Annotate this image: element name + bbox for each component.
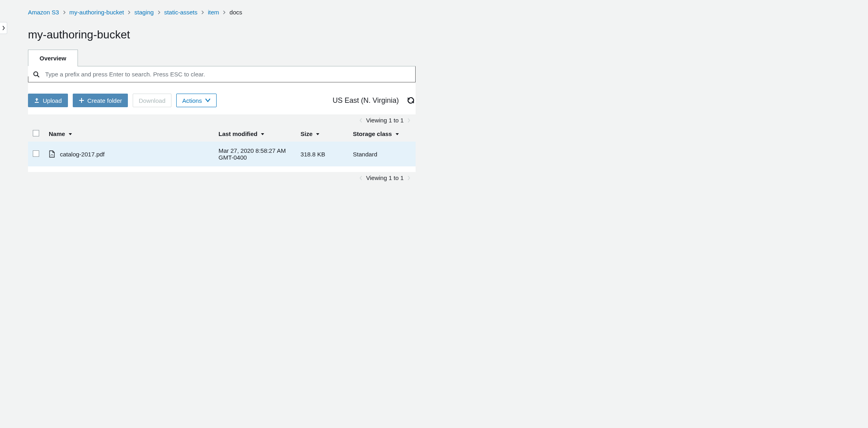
object-name[interactable]: catalog-2017.pdf — [60, 151, 105, 158]
chevron-down-icon — [205, 98, 211, 103]
create-folder-label: Create folder — [88, 98, 122, 104]
download-label: Download — [139, 98, 165, 104]
breadcrumb-link[interactable]: staging — [134, 9, 153, 16]
page-prev[interactable] — [359, 118, 363, 123]
paging-bar-bottom: Viewing 1 to 1 — [28, 172, 416, 184]
column-header-last-modified[interactable]: Last modified — [214, 126, 296, 142]
breadcrumb-link[interactable]: item — [208, 9, 219, 16]
paging-bar-top: Viewing 1 to 1 — [28, 114, 416, 126]
page-next[interactable] — [407, 176, 411, 180]
file-pdf-icon — [49, 150, 55, 158]
search-icon — [33, 71, 40, 78]
column-header-storage-class-label: Storage class — [353, 130, 392, 137]
breadcrumb-link[interactable]: my-authoring-bucket — [70, 9, 124, 16]
column-header-size[interactable]: Size — [296, 126, 348, 142]
plus-icon — [79, 98, 84, 103]
paging-text: Viewing 1 to 1 — [366, 174, 404, 181]
object-last-modified: Mar 27, 2020 8:58:27 AM GMT-0400 — [214, 142, 296, 166]
select-all-checkbox[interactable] — [33, 130, 39, 136]
breadcrumb-link[interactable]: Amazon S3 — [28, 9, 59, 16]
object-storage-class: Standard — [348, 142, 416, 166]
chevron-right-icon — [2, 26, 5, 30]
caret-down-icon — [395, 133, 399, 136]
page-title: my-authoring-bucket — [28, 28, 416, 41]
page-next[interactable] — [407, 118, 411, 123]
actions-dropdown[interactable]: Actions — [176, 94, 217, 107]
upload-label: Upload — [43, 98, 62, 104]
breadcrumb-link[interactable]: static-assets — [164, 9, 197, 16]
chevron-right-icon — [127, 10, 131, 14]
svg-point-0 — [34, 72, 38, 76]
caret-down-icon — [68, 133, 72, 136]
tab-overview[interactable]: Overview — [28, 50, 78, 66]
object-size: 318.8 KB — [296, 142, 348, 166]
chevron-right-icon — [201, 10, 205, 14]
upload-button[interactable]: Upload — [28, 94, 68, 107]
create-folder-button[interactable]: Create folder — [73, 94, 128, 107]
breadcrumb-current: docs — [229, 9, 242, 16]
actions-label: Actions — [182, 98, 202, 104]
column-header-name[interactable]: Name — [44, 126, 214, 142]
chevron-right-icon — [222, 10, 226, 14]
caret-down-icon — [261, 133, 265, 136]
objects-table: Name Last modified Size Storage cla — [28, 126, 416, 166]
svg-rect-2 — [35, 102, 39, 103]
chevron-right-icon — [62, 10, 66, 14]
column-header-size-label: Size — [301, 130, 313, 137]
column-header-last-modified-label: Last modified — [219, 130, 258, 137]
svg-line-1 — [38, 75, 40, 77]
download-button: Download — [133, 94, 171, 107]
page-prev[interactable] — [359, 176, 363, 180]
column-header-storage-class[interactable]: Storage class — [348, 126, 416, 142]
breadcrumb: Amazon S3 my-authoring-bucket staging st… — [28, 7, 416, 16]
caret-down-icon — [316, 133, 320, 136]
column-header-name-label: Name — [49, 130, 65, 137]
search-input[interactable] — [45, 71, 410, 78]
refresh-button[interactable] — [406, 96, 416, 105]
upload-icon — [34, 98, 40, 103]
svg-rect-4 — [79, 100, 84, 101]
tab-bar: Overview — [28, 49, 416, 66]
chevron-right-icon — [157, 10, 161, 14]
refresh-icon — [407, 97, 414, 104]
left-sidebar-toggle[interactable] — [0, 22, 7, 34]
paging-text: Viewing 1 to 1 — [366, 117, 404, 124]
row-checkbox[interactable] — [33, 150, 39, 157]
region-label: US East (N. Virginia) — [332, 96, 399, 105]
search-box — [28, 66, 416, 82]
toolbar: Upload Create folder Download Actions — [28, 82, 416, 114]
table-row[interactable]: catalog-2017.pdf Mar 27, 2020 8:58:27 AM… — [28, 142, 416, 166]
